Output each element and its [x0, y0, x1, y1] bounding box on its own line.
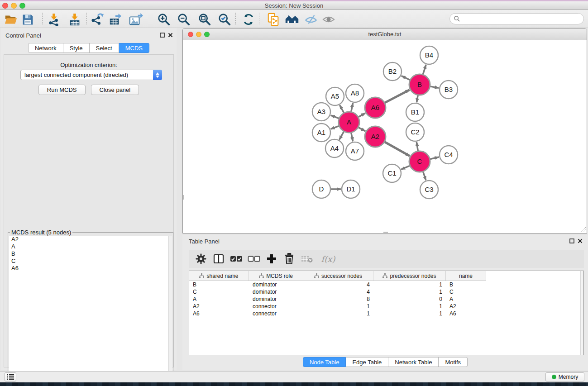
open-session-icon[interactable] — [4, 12, 18, 27]
tab-node-table[interactable]: Node Table — [303, 357, 346, 367]
float-table-panel-icon[interactable] — [569, 238, 574, 243]
network-window-titlebar[interactable]: testGlobe.txt — [183, 29, 587, 40]
table-scrollbar[interactable] — [580, 271, 583, 355]
import-table-icon[interactable] — [67, 12, 82, 27]
hierarchy-icon — [259, 273, 264, 278]
desktop-background-bottom — [0, 382, 588, 386]
column-header-mcds-role[interactable]: MCDS role — [249, 271, 303, 281]
import-network-icon[interactable] — [47, 12, 61, 27]
resize-grip[interactable] — [580, 226, 586, 233]
zoom-fit-icon[interactable] — [197, 12, 212, 27]
mcds-result-group: MCDS result (5 nodes) A2 A B C A6 — [8, 232, 173, 385]
zoom-out-icon[interactable] — [177, 12, 191, 27]
graph-node-label: C1 — [387, 169, 396, 177]
toolbar-separator — [235, 13, 236, 25]
graph-node-label: A6 — [371, 104, 379, 111]
save-session-icon[interactable] — [20, 12, 35, 27]
task-history-button[interactable] — [5, 372, 16, 381]
run-mcds-button[interactable]: Run MCDS — [38, 85, 86, 95]
list-item[interactable]: C — [9, 257, 168, 265]
graph-node-label: B1 — [411, 108, 419, 116]
table-header-row: shared name MCDS role successor nodes pr… — [189, 271, 583, 281]
tab-network-table[interactable]: Network Table — [388, 357, 439, 367]
zoom-in-icon[interactable] — [157, 12, 171, 27]
control-panel-tabs: Network Style Select MCDS — [1, 43, 177, 53]
table-panel: Table Panel — [182, 235, 588, 370]
graph-node-label: A7 — [351, 147, 359, 155]
tab-select[interactable]: Select — [90, 43, 119, 53]
table-row[interactable]: Adominator80A — [189, 295, 583, 303]
search-input[interactable] — [460, 15, 583, 23]
tab-edge-table[interactable]: Edge Table — [346, 357, 388, 367]
show-panel-icon[interactable] — [321, 12, 336, 27]
column-header-predecessor-nodes[interactable]: predecessor nodes — [373, 271, 446, 281]
graph-node-label: B3 — [445, 86, 453, 93]
graph-node-label: C4 — [444, 151, 453, 158]
table-panel-title: Table Panel — [189, 238, 220, 245]
deselect-all-columns-icon[interactable] — [247, 252, 261, 266]
mcds-panel-body: Optimization criterion: largest connecte… — [4, 54, 174, 367]
table-toolbar: f(x) — [189, 250, 584, 268]
hierarchy-icon — [314, 273, 319, 278]
graph-node-label: A — [347, 118, 351, 126]
delete-column-icon[interactable] — [282, 252, 296, 266]
zoom-selected-icon[interactable] — [217, 12, 232, 27]
status-bar: Memory — [0, 371, 588, 382]
window-title: Session: New Session — [0, 2, 588, 9]
column-browser-icon[interactable] — [212, 252, 225, 266]
toolbar-separator — [42, 13, 43, 25]
create-column-icon[interactable] — [265, 252, 278, 266]
list-item[interactable]: A — [9, 243, 168, 250]
graph-node-label: B2 — [388, 67, 397, 75]
search-box[interactable] — [449, 13, 584, 24]
column-header-shared-name[interactable]: shared name — [189, 271, 249, 281]
close-table-panel-icon[interactable] — [578, 238, 583, 243]
list-item[interactable]: A6 — [9, 265, 168, 272]
float-panel-icon[interactable] — [160, 33, 165, 38]
memory-button[interactable]: Memory — [545, 372, 584, 381]
refresh-icon[interactable] — [241, 12, 256, 27]
column-header-successor-nodes[interactable]: successor nodes — [303, 271, 373, 281]
graph-node-label: D1 — [346, 185, 355, 193]
mcds-result-list[interactable]: A2 A B C A6 — [9, 236, 168, 384]
network-view-window: testGlobe.txt B4B2BB3A8A5A6A3B1AC2A1A2A4… — [182, 28, 587, 234]
table-row[interactable]: A2connector11A2 — [189, 303, 583, 310]
network-documents-icon[interactable] — [266, 12, 281, 27]
tab-network[interactable]: Network — [28, 43, 63, 53]
close-panel-button[interactable]: Close panel — [91, 85, 139, 95]
network-canvas[interactable]: B4B2BB3A8A5A6A3B1AC2A1A2A4A7C4CC1C3DD1 — [183, 40, 587, 233]
tab-mcds[interactable]: MCDS — [119, 43, 149, 53]
hierarchy-icon — [199, 273, 204, 278]
hierarchy-icon — [382, 273, 387, 278]
export-table-icon[interactable] — [108, 12, 123, 27]
graph-node-label: D — [319, 185, 324, 193]
hide-panel-icon[interactable] — [304, 12, 318, 27]
list-item[interactable]: B — [9, 250, 168, 257]
close-panel-icon[interactable] — [168, 33, 173, 38]
select-all-columns-icon[interactable] — [229, 252, 243, 266]
tab-motifs[interactable]: Motifs — [439, 357, 468, 367]
mcds-result-title: MCDS result (5 nodes) — [10, 229, 72, 236]
table-tabs: Node Table Edge Table Network Table Moti… — [182, 357, 588, 367]
export-image-icon[interactable] — [129, 12, 143, 27]
node-table: shared name MCDS role successor nodes pr… — [189, 271, 584, 355]
table-settings-icon[interactable] — [194, 252, 208, 266]
home-icon[interactable] — [285, 12, 299, 27]
column-header-name[interactable]: name — [446, 271, 486, 281]
table-row[interactable]: Cdominator41C — [189, 288, 583, 295]
graph-node-label: C2 — [411, 128, 419, 136]
table-row[interactable]: Bdominator41B — [189, 281, 583, 288]
application-window: Session: New Session — [0, 0, 588, 386]
criterion-value: largest connected component (directed) — [21, 71, 153, 78]
list-item[interactable]: A2 — [9, 236, 168, 243]
tab-style[interactable]: Style — [63, 43, 90, 53]
graph-node-label: C — [417, 157, 422, 165]
network-graph[interactable]: B4B2BB3A8A5A6A3B1AC2A1A2A4A7C4CC1C3DD1 — [183, 40, 587, 233]
export-network-icon[interactable] — [90, 12, 105, 27]
canvas-bottom-mark — [383, 232, 388, 233]
result-list-scrollbar[interactable] — [168, 236, 172, 384]
memory-status-icon — [552, 375, 556, 379]
graph-node-label: A5 — [331, 92, 339, 100]
criterion-dropdown[interactable]: largest connected component (directed) — [20, 70, 162, 80]
table-row[interactable]: A6connector11A6 — [189, 310, 583, 317]
